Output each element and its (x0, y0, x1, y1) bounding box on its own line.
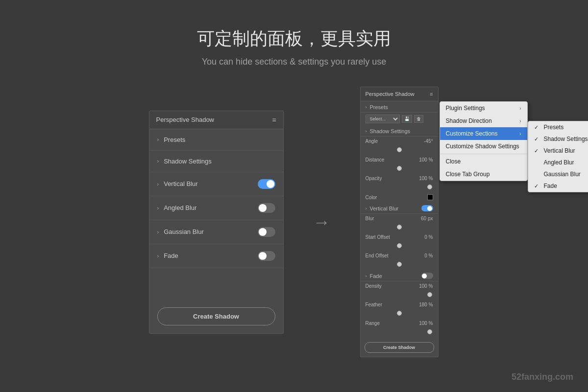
cm-close-tab-group[interactable]: Close Tab Group (440, 168, 527, 181)
rp-opacity-slider[interactable] (361, 183, 438, 192)
rp-density-label: Density (366, 283, 382, 289)
rp-start-offset-value: 0 % (424, 234, 433, 240)
section-shadow-settings-row[interactable]: › Shadow Settings (149, 151, 283, 172)
rp-end-offset-row: End Offset 0 % (361, 251, 438, 260)
rp-feather-knob[interactable] (397, 311, 402, 316)
check-icon: ✓ (534, 136, 541, 142)
rp-vertical-blur-header[interactable]: › Vertical Blur (361, 202, 438, 214)
create-shadow-button[interactable]: Create Shadow (157, 307, 275, 325)
rp-angle-value: -45° (424, 138, 433, 144)
rp-color-swatch[interactable] (427, 194, 433, 200)
rp-delete-btn[interactable]: 🗑 (414, 115, 423, 123)
sm-fade[interactable]: ✓ Fade (528, 180, 588, 192)
rp-blur-value: 60 px (421, 216, 433, 221)
header-subtitle: You can hide sections & settings you rar… (0, 57, 588, 67)
section-vertical-blur-row[interactable]: › Vertical Blur (149, 172, 283, 196)
right-panel-header: Perspective Shadow ≡ (361, 87, 438, 101)
check-icon: ✓ (534, 148, 541, 154)
rp-start-offset-slider[interactable] (361, 242, 438, 251)
check-icon: ✓ (534, 183, 541, 189)
section-angled-blur-label: Angled Blur (164, 204, 196, 211)
rp-range-slider[interactable] (361, 328, 438, 337)
sm-vertical-blur[interactable]: ✓ Vertical Blur (528, 145, 588, 157)
rp-fade-header[interactable]: › Fade (361, 270, 438, 281)
rp-density-slider[interactable] (361, 291, 438, 300)
chevron-icon: › (366, 105, 367, 110)
section-vertical-blur-label: Vertical Blur (164, 180, 197, 187)
fade-toggle[interactable] (258, 251, 275, 261)
sm-presets[interactable]: ✓ Presets (528, 121, 588, 133)
gaussian-blur-toggle[interactable] (258, 227, 275, 237)
cm-separator (440, 154, 527, 154)
rp-feather-slider[interactable] (361, 309, 438, 319)
rp-end-offset-slider[interactable] (361, 260, 438, 270)
cm-customize-shadow[interactable]: Customize Shadow Settings (440, 140, 527, 153)
rp-start-offset-label: Start Offset (366, 234, 390, 240)
cm-arrow-icon: › (519, 131, 521, 137)
sm-angled-blur-label: Angled Blur (544, 159, 574, 166)
rp-blur-slider[interactable] (361, 223, 438, 232)
sm-vertical-blur-label: Vertical Blur (544, 147, 575, 154)
section-angled-blur-row[interactable]: › Angled Blur (149, 196, 283, 220)
section-gaussian-blur-left: › Gaussian Blur (157, 228, 204, 235)
angled-blur-toggle[interactable] (258, 203, 275, 213)
check-icon: ✓ (534, 124, 541, 131)
rp-presets-row: Select... 💾 🗑 (361, 113, 438, 125)
rp-density-knob[interactable] (427, 292, 432, 297)
watermark: 52fanxing.com (512, 372, 573, 382)
rp-density-row: Density 100 % (361, 281, 438, 291)
rp-start-offset-knob[interactable] (397, 243, 402, 248)
section-fade: › Fade (149, 244, 283, 268)
rp-save-btn[interactable]: 💾 (402, 115, 412, 123)
rp-vertical-blur-toggle[interactable] (421, 205, 433, 211)
header: 可定制的面板，更具实用 You can hide sections & sett… (0, 0, 588, 67)
rp-fade-toggle[interactable] (421, 273, 433, 279)
rp-shadow-settings-header[interactable]: › Shadow Settings (361, 125, 438, 137)
rp-presets-select[interactable]: Select... (366, 115, 400, 123)
section-presets-row[interactable]: › Presets (149, 129, 283, 150)
vertical-blur-toggle[interactable] (258, 179, 275, 189)
sm-angled-blur[interactable]: ✓ Angled Blur (528, 157, 588, 168)
sm-presets-label: Presets (544, 124, 564, 131)
chevron-icon: › (157, 253, 159, 259)
sm-fade-label: Fade (544, 183, 557, 189)
rp-distance-row: Distance 100 % (361, 155, 438, 164)
section-fade-label: Fade (164, 252, 178, 259)
cm-plugin-settings[interactable]: Plugin Settings › (440, 102, 527, 115)
rp-opacity-knob[interactable] (427, 184, 432, 189)
rp-presets-header[interactable]: › Presets (361, 101, 438, 113)
submenu: ✓ Presets ✓ Shadow Settings ✓ Vertical B… (528, 121, 588, 192)
rp-color-row: Color (361, 192, 438, 202)
rp-blur-knob[interactable] (397, 225, 402, 230)
cm-close-label: Close (446, 158, 461, 165)
cm-customize-sections[interactable]: Customize Sections › (440, 127, 527, 140)
cm-shadow-direction[interactable]: Shadow Direction › (440, 115, 527, 127)
rp-range-label: Range (366, 321, 380, 326)
context-menu: Plugin Settings › Shadow Direction › Cus… (440, 101, 528, 181)
sm-gaussian-blur[interactable]: ✓ Gaussian Blur (528, 168, 588, 180)
rp-distance-knob[interactable] (397, 166, 402, 171)
rp-range-row: Range 100 % (361, 319, 438, 328)
right-panel-menu-icon[interactable]: ≡ (430, 91, 433, 97)
left-panel-menu-icon[interactable]: ≡ (272, 116, 276, 124)
sm-shadow-settings[interactable]: ✓ Shadow Settings (528, 133, 588, 145)
section-shadow-settings: › Shadow Settings (149, 151, 283, 172)
cm-plugin-settings-label: Plugin Settings (446, 105, 485, 112)
rp-end-offset-knob[interactable] (397, 262, 402, 267)
cm-close[interactable]: Close (440, 155, 527, 168)
right-area: Perspective Shadow ≡ › Presets Select...… (360, 87, 440, 357)
rp-distance-value: 100 % (419, 157, 433, 162)
rp-distance-slider[interactable] (361, 164, 438, 174)
rp-create-shadow-button[interactable]: Create Shadow (365, 342, 434, 353)
section-fade-row[interactable]: › Fade (149, 244, 283, 268)
cm-customize-sections-label: Customize Sections (446, 130, 498, 137)
rp-angle-knob[interactable] (397, 147, 402, 152)
section-gaussian-blur-row[interactable]: › Gaussian Blur (149, 220, 283, 244)
rp-range-knob[interactable] (427, 329, 432, 334)
section-gaussian-blur: › Gaussian Blur (149, 220, 283, 244)
rp-angle-slider[interactable] (361, 146, 438, 155)
rp-shadow-settings-label: Shadow Settings (370, 128, 411, 134)
chevron-icon: › (366, 274, 367, 278)
rp-color-label: Color (366, 195, 377, 200)
rp-feather-value: 180 % (419, 302, 433, 307)
